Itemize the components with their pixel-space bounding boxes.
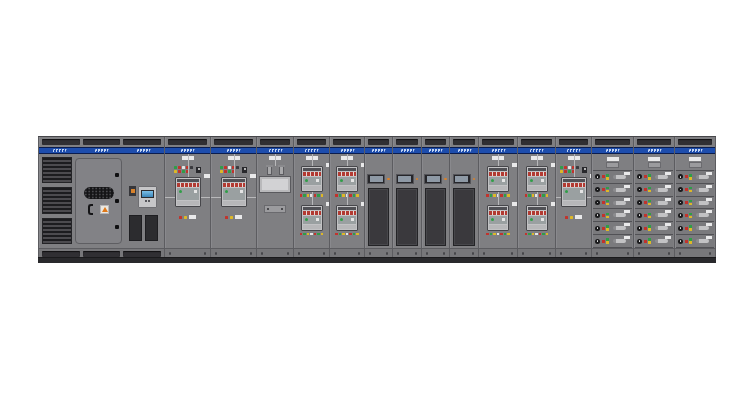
- indicator-light: [310, 233, 313, 236]
- circuit-breaker[interactable]: [487, 205, 509, 231]
- selector-knob[interactable]: [637, 200, 642, 205]
- aux-switch[interactable]: [242, 167, 247, 173]
- bucket-handle[interactable]: [613, 175, 626, 179]
- hmi-display: [453, 174, 471, 184]
- selector-knob[interactable]: [678, 187, 683, 192]
- breaker-faceplate-stripe: [563, 183, 585, 187]
- top-vent-band: [393, 137, 421, 147]
- circuit-breaker[interactable]: [301, 166, 323, 192]
- aux-switch[interactable]: [582, 167, 587, 173]
- breaker-face: [303, 177, 321, 185]
- door-handle[interactable]: [88, 204, 93, 215]
- top-vent-band: [450, 137, 478, 147]
- door-hinges: [115, 173, 119, 229]
- bucket-tag: [624, 172, 630, 175]
- mcc-bucket: [635, 222, 673, 235]
- aux-switch[interactable]: [196, 167, 201, 173]
- bucket-handle[interactable]: [696, 226, 709, 230]
- door-vent-grille: [84, 187, 114, 199]
- brand-logo-icon: [491, 149, 505, 152]
- circuit-breaker[interactable]: [221, 177, 247, 207]
- circuit-breaker[interactable]: [301, 205, 323, 231]
- bucket-handle[interactable]: [696, 201, 709, 205]
- top-vent-band: [294, 137, 329, 147]
- bucket-handle[interactable]: [655, 175, 668, 179]
- vent-slot: [83, 139, 121, 145]
- bucket-handle[interactable]: [613, 226, 626, 230]
- bucket-handle[interactable]: [655, 239, 668, 243]
- circuit-breaker[interactable]: [487, 166, 509, 192]
- meter-button[interactable]: [145, 200, 147, 202]
- top-vent-band: [257, 137, 293, 147]
- circuit-breaker[interactable]: [336, 166, 358, 192]
- indicator-light: [497, 233, 500, 236]
- bucket-handle[interactable]: [655, 188, 668, 192]
- bucket-handle[interactable]: [696, 175, 709, 179]
- breaker-bottom-rail: [528, 186, 546, 190]
- breaker-top-rail: [303, 207, 321, 210]
- selector-knob[interactable]: [678, 174, 683, 179]
- brand-stripe: [518, 147, 555, 154]
- indicator-light: [224, 166, 227, 169]
- indicator-light: [606, 190, 609, 193]
- bucket-handle[interactable]: [613, 213, 626, 217]
- vent-panels: [129, 215, 158, 241]
- selector-knob[interactable]: [678, 239, 683, 244]
- indicator-light: [342, 233, 345, 236]
- bucket-handle[interactable]: [613, 239, 626, 243]
- vent-slot: [396, 139, 418, 145]
- circuit-breaker[interactable]: [561, 177, 587, 207]
- bucket-status-lights: [648, 225, 651, 231]
- bucket-status-lights: [689, 238, 692, 244]
- selector-knob[interactable]: [595, 226, 600, 231]
- vent-slot: [168, 139, 207, 145]
- door-hinge: [115, 173, 119, 177]
- bucket-tag: [665, 185, 671, 188]
- selector-knob[interactable]: [595, 213, 600, 218]
- selector-knob[interactable]: [595, 187, 600, 192]
- circuit-breaker[interactable]: [526, 166, 548, 192]
- trip-indicator: [685, 240, 688, 243]
- indicator-light: [507, 194, 510, 197]
- selector-knob[interactable]: [637, 174, 642, 179]
- top-vent-band: [479, 137, 517, 147]
- hmi-display: [396, 174, 414, 184]
- selector-knob[interactable]: [678, 226, 683, 231]
- selector-knob[interactable]: [595, 200, 600, 205]
- section-body: [556, 154, 591, 248]
- bucket-handle[interactable]: [696, 188, 709, 192]
- brand-stripe: [393, 147, 421, 154]
- selector-knob[interactable]: [595, 174, 600, 179]
- breaker-unit: [336, 166, 358, 192]
- indicator-light: [528, 194, 531, 197]
- brand-stripe: [211, 147, 256, 154]
- bucket-handle[interactable]: [613, 188, 626, 192]
- bucket-handle[interactable]: [613, 201, 626, 205]
- selector-knob[interactable]: [637, 187, 642, 192]
- bucket-handle[interactable]: [696, 239, 709, 243]
- bucket-handle[interactable]: [655, 213, 668, 217]
- bucket-handle[interactable]: [696, 213, 709, 217]
- circuit-breaker[interactable]: [175, 177, 201, 207]
- circuit-breaker[interactable]: [336, 205, 358, 231]
- breaker-faceplate-stripe: [489, 172, 507, 176]
- selector-knob[interactable]: [637, 213, 642, 218]
- selector-knob[interactable]: [595, 239, 600, 244]
- amber-indicator[interactable]: [129, 186, 136, 196]
- indicator-light: [606, 203, 609, 206]
- selector-knob[interactable]: [637, 239, 642, 244]
- top-vent-band: [518, 137, 555, 147]
- breaker-label-tag: [326, 202, 330, 206]
- bucket-handle[interactable]: [655, 226, 668, 230]
- meter-button[interactable]: [148, 200, 150, 202]
- selector-knob[interactable]: [678, 213, 683, 218]
- selector-knob[interactable]: [678, 200, 683, 205]
- switchgear-lineup: [38, 136, 716, 263]
- brand-logo-icon: [428, 149, 442, 152]
- selector-knob[interactable]: [637, 226, 642, 231]
- bucket-handle[interactable]: [655, 201, 668, 205]
- breaker-bottom-rail: [303, 225, 321, 229]
- breaker-bottom-rail: [489, 186, 507, 190]
- circuit-breaker[interactable]: [526, 205, 548, 231]
- bucket-tag: [665, 236, 671, 239]
